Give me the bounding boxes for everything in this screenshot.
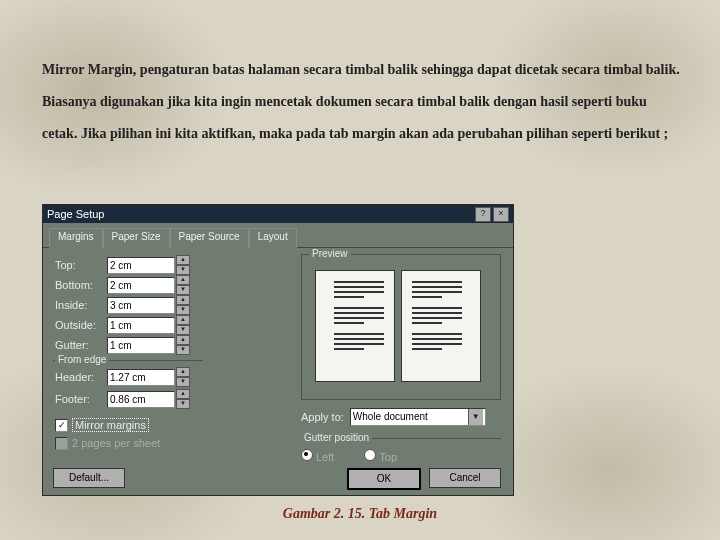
input-bottom[interactable]: 2 cm [107,277,175,294]
tab-paper-size[interactable]: Paper Size [103,228,170,248]
cancel-button[interactable]: Cancel [429,468,501,488]
spin-down-icon[interactable]: ▼ [176,305,190,315]
help-icon[interactable]: ? [475,207,491,222]
spin-down-icon[interactable]: ▼ [176,377,190,387]
page-setup-dialog: Page Setup ? × Margins Paper Size Paper … [42,204,514,496]
chevron-down-icon[interactable]: ▼ [468,409,483,425]
select-apply-to[interactable]: Whole document ▼ [350,408,486,426]
spin-up-icon[interactable]: ▲ [176,255,190,265]
tab-paper-source[interactable]: Paper Source [170,228,249,248]
label-from-edge: From edge [55,354,109,365]
input-gutter[interactable]: 1 cm [107,337,175,354]
label-gutter-position: Gutter position [301,432,372,443]
close-icon[interactable]: × [493,207,509,222]
spin-up-icon[interactable]: ▲ [176,389,190,399]
tab-margins[interactable]: Margins [49,228,103,248]
spin-up-icon[interactable]: ▲ [176,335,190,345]
checkbox-two-pages [55,437,68,450]
spin-down-icon[interactable]: ▼ [176,325,190,335]
input-header[interactable]: 1.27 cm [107,369,175,386]
spin-up-icon[interactable]: ▲ [176,275,190,285]
spin-down-icon[interactable]: ▼ [176,345,190,355]
label-apply-to: Apply to: [301,411,344,423]
label-two-pages: 2 pages per sheet [72,437,160,449]
label-bottom: Bottom: [55,279,107,291]
spin-up-icon[interactable]: ▲ [176,367,190,377]
input-inside[interactable]: 3 cm [107,297,175,314]
label-top: Top: [55,259,107,271]
label-mirror: Mirror margins [72,418,149,432]
figure-caption: Gambar 2. 15. Tab Margin [0,506,720,522]
default-button[interactable]: Default... [53,468,125,488]
input-top[interactable]: 2 cm [107,257,175,274]
label-footer: Footer: [55,393,107,405]
spin-down-icon[interactable]: ▼ [176,265,190,275]
tab-strip: Margins Paper Size Paper Source Layout [43,223,513,248]
label-outside: Outside: [55,319,107,331]
ok-button[interactable]: OK [347,468,421,490]
radio-gutter-left: Left [301,449,334,463]
radio-gutter-top: Top [364,449,397,463]
input-outside[interactable]: 1 cm [107,317,175,334]
checkbox-mirror[interactable]: ✓ [55,419,68,432]
tab-layout[interactable]: Layout [249,228,297,248]
spin-down-icon[interactable]: ▼ [176,399,190,409]
spin-down-icon[interactable]: ▼ [176,285,190,295]
spin-up-icon[interactable]: ▲ [176,295,190,305]
body-paragraph: Mirror Margin, pengaturan batas halaman … [42,54,682,151]
spin-up-icon[interactable]: ▲ [176,315,190,325]
label-inside: Inside: [55,299,107,311]
label-gutter: Gutter: [55,339,107,351]
input-footer[interactable]: 0.86 cm [107,391,175,408]
label-header: Header: [55,371,107,383]
select-apply-to-value: Whole document [353,409,428,425]
title-bar: Page Setup ? × [43,205,513,223]
preview-pages [315,270,481,382]
dialog-title: Page Setup [47,205,105,223]
label-preview: Preview [309,248,351,259]
